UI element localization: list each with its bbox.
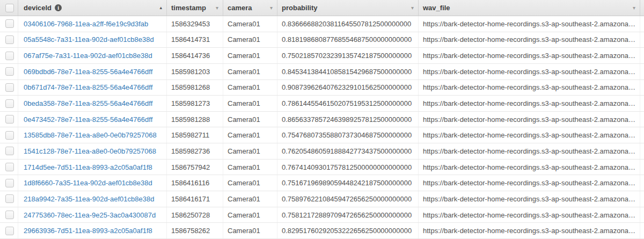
table-body: 03406106-7968-11ea-a2ff-f6e19c9d3fab 158… bbox=[0, 16, 644, 239]
device-id-link[interactable]: 05a5548c-7a31-11ea-902d-aef01cb8e38d bbox=[24, 35, 154, 44]
device-id-link[interactable]: 069bdbd6-78e7-11ea-8255-56a4e4766dff bbox=[24, 68, 152, 76]
column-header-camera[interactable]: camera ▾ bbox=[223, 0, 277, 16]
camera-value: Camera01 bbox=[228, 83, 260, 91]
column-header-deviceid[interactable]: deviceId i ▴ bbox=[18, 0, 167, 16]
wav-file-value: https://bark-detector-home-recordings.s3… bbox=[423, 163, 640, 171]
row-checkbox[interactable] bbox=[5, 211, 14, 219]
probability-value: 0.75476807355880737304687500000000 bbox=[282, 131, 412, 139]
camera-value: Camera01 bbox=[228, 147, 260, 155]
wav-file-value: https://bark-detector-home-recordings.s3… bbox=[423, 52, 640, 60]
row-filler bbox=[640, 96, 644, 111]
device-id-link[interactable]: 03406106-7968-11ea-a2ff-f6e19c9d3fab bbox=[24, 20, 148, 28]
timestamp-cell: 1586414736 bbox=[167, 48, 223, 63]
device-id-link[interactable]: 29663936-7d51-11ea-8993-a2c05a0af1f8 bbox=[24, 227, 152, 235]
chevron-down-icon[interactable]: ▾ bbox=[411, 5, 418, 11]
device-id-cell: 067af75e-7a31-11ea-902d-aef01cb8e38d bbox=[18, 48, 167, 63]
camera-value: Camera01 bbox=[228, 35, 260, 44]
row-checkbox-cell bbox=[0, 48, 18, 63]
device-id-link[interactable]: 13585db8-78e7-11ea-a8e0-0e0b79257068 bbox=[24, 131, 157, 139]
timestamp-value: 1586416171 bbox=[171, 195, 210, 203]
probability-value: 0.75897622108459472656250000000000 bbox=[282, 195, 412, 203]
wav-file-value: https://bark-detector-home-recordings.s3… bbox=[423, 227, 640, 235]
probability-cell: 0.83666688203811645507812500000000 bbox=[277, 16, 419, 32]
device-id-link[interactable]: 24775360-78ec-11ea-9e25-3ac0a430087d bbox=[24, 211, 156, 219]
probability-value: 0.76205486059188842773437500000000 bbox=[282, 147, 412, 155]
wav-file-cell: https://bark-detector-home-recordings.s3… bbox=[419, 191, 640, 207]
wav-file-value: https://bark-detector-home-recordings.s3… bbox=[423, 131, 640, 139]
probability-cell: 0.86563378572463989257812500000000 bbox=[277, 112, 419, 127]
row-checkbox[interactable] bbox=[5, 194, 14, 203]
wav-file-cell: https://bark-detector-home-recordings.s3… bbox=[419, 207, 640, 223]
row-checkbox[interactable] bbox=[5, 35, 14, 44]
row-checkbox[interactable] bbox=[5, 99, 14, 108]
row-checkbox[interactable] bbox=[5, 67, 14, 76]
column-header-probability[interactable]: probability ▾ bbox=[277, 0, 419, 16]
row-checkbox[interactable] bbox=[5, 52, 14, 60]
row-checkbox[interactable] bbox=[5, 83, 14, 92]
device-id-link[interactable]: 0beda358-78e7-11ea-8255-56a4e4766dff bbox=[24, 99, 152, 107]
camera-value: Camera01 bbox=[228, 131, 260, 139]
table-row: 0e473452-78e7-11ea-8255-56a4e4766dff 158… bbox=[0, 112, 644, 128]
camera-value: Camera01 bbox=[228, 195, 260, 203]
column-header-timestamp[interactable]: timestamp ▾ bbox=[167, 0, 223, 16]
device-id-link[interactable]: 1d8f6660-7a35-11ea-902d-aef01cb8e38d bbox=[24, 179, 152, 187]
row-checkbox[interactable] bbox=[5, 179, 14, 187]
wav-file-cell: https://bark-detector-home-recordings.s3… bbox=[419, 160, 640, 175]
device-id-link[interactable]: 0e473452-78e7-11ea-8255-56a4e4766dff bbox=[24, 115, 152, 124]
row-checkbox[interactable] bbox=[5, 147, 14, 155]
row-filler bbox=[640, 32, 644, 48]
timestamp-cell: 1586329453 bbox=[167, 16, 223, 32]
timestamp-value: 1586414736 bbox=[171, 52, 210, 60]
row-checkbox[interactable] bbox=[5, 19, 14, 28]
select-all-checkbox[interactable] bbox=[5, 4, 14, 12]
device-id-link[interactable]: 1541c128-78e7-11ea-a8e0-0e0b79257068 bbox=[24, 147, 156, 155]
timestamp-cell: 1585982711 bbox=[167, 127, 223, 143]
camera-value: Camera01 bbox=[228, 99, 260, 107]
timestamp-cell: 1586757942 bbox=[167, 160, 223, 175]
probability-cell: 0.90873962640762329101562500000000 bbox=[277, 80, 419, 96]
chevron-down-icon[interactable]: ▾ bbox=[633, 5, 640, 11]
row-filler bbox=[640, 64, 644, 79]
column-label-timestamp: timestamp bbox=[171, 4, 206, 12]
column-header-wav-file[interactable]: wav_file ▾ bbox=[419, 0, 640, 16]
device-id-link[interactable]: 067af75e-7a31-11ea-902d-aef01cb8e38d bbox=[24, 52, 152, 60]
device-id-link[interactable]: 0b671d74-78e7-11ea-8255-56a4e4766dff bbox=[24, 83, 152, 91]
table-row: 05a5548c-7a31-11ea-902d-aef01cb8e38d 158… bbox=[0, 32, 644, 48]
wav-file-value: https://bark-detector-home-recordings.s3… bbox=[423, 68, 640, 76]
chevron-down-icon[interactable]: ▾ bbox=[270, 5, 277, 11]
probability-value: 0.81819868087768554687500000000000 bbox=[282, 35, 412, 44]
wav-file-value: https://bark-detector-home-recordings.s3… bbox=[423, 211, 640, 219]
row-checkbox[interactable] bbox=[5, 131, 14, 140]
device-id-link[interactable]: 218a9942-7a35-11ea-902d-aef01cb8e38d bbox=[24, 195, 154, 203]
chevron-down-icon[interactable]: ▾ bbox=[216, 5, 223, 11]
row-checkbox-cell bbox=[0, 16, 18, 32]
camera-cell: Camera01 bbox=[223, 112, 277, 127]
probability-cell: 0.75167196989059448242187500000000 bbox=[277, 175, 419, 191]
probability-cell: 0.82951760292053222656250000000000 bbox=[277, 223, 419, 238]
column-label-deviceid: deviceId bbox=[24, 4, 52, 12]
camera-cell: Camera01 bbox=[223, 96, 277, 111]
table-row: 24775360-78ec-11ea-9e25-3ac0a430087d 158… bbox=[0, 207, 644, 223]
row-checkbox[interactable] bbox=[5, 163, 14, 171]
device-id-cell: 069bdbd6-78e7-11ea-8255-56a4e4766dff bbox=[18, 64, 167, 79]
timestamp-value: 1585981288 bbox=[171, 115, 210, 124]
camera-cell: Camera01 bbox=[223, 160, 277, 175]
timestamp-value: 1586758262 bbox=[171, 227, 210, 235]
table-row: 218a9942-7a35-11ea-902d-aef01cb8e38d 158… bbox=[0, 191, 644, 207]
row-checkbox-cell bbox=[0, 175, 18, 191]
row-checkbox[interactable] bbox=[5, 227, 14, 235]
device-id-link[interactable]: 1714d5ee-7d51-11ea-8993-a2c05a0af1f8 bbox=[24, 163, 152, 171]
row-filler bbox=[640, 112, 644, 127]
table-row: 13585db8-78e7-11ea-a8e0-0e0b79257068 158… bbox=[0, 127, 644, 143]
row-checkbox-cell bbox=[0, 96, 18, 111]
timestamp-cell: 1585981288 bbox=[167, 112, 223, 127]
row-checkbox-cell bbox=[0, 143, 18, 159]
info-icon[interactable]: i bbox=[55, 4, 62, 11]
wav-file-cell: https://bark-detector-home-recordings.s3… bbox=[419, 175, 640, 191]
row-checkbox[interactable] bbox=[5, 115, 14, 124]
camera-cell: Camera01 bbox=[223, 80, 277, 96]
row-checkbox-cell bbox=[0, 207, 18, 223]
timestamp-cell: 1585982736 bbox=[167, 143, 223, 159]
wav-file-value: https://bark-detector-home-recordings.s3… bbox=[423, 195, 640, 203]
timestamp-cell: 1586250728 bbox=[167, 207, 223, 223]
